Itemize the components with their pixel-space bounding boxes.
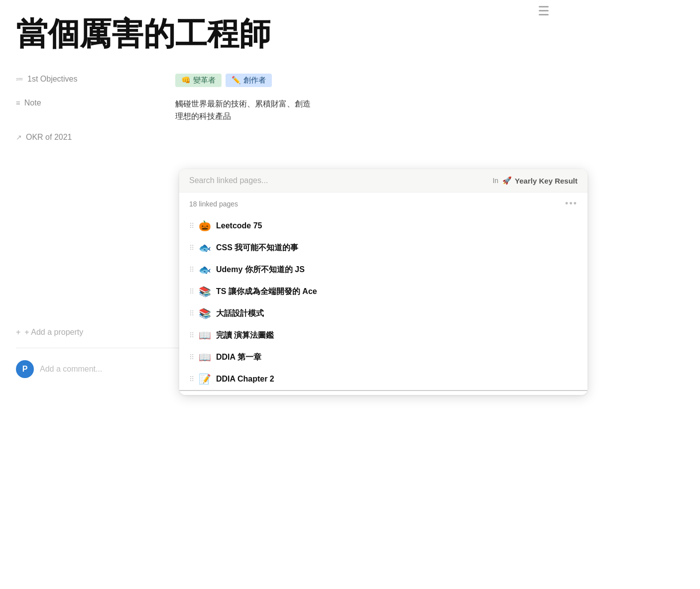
list-item[interactable]: ⠿ 📚 大話設計模式 [179, 302, 587, 324]
linked-pages-dropdown: Search linked pages... In 🚀 Yearly Key R… [179, 169, 587, 395]
drag-handle-icon[interactable]: ⠿ [189, 309, 194, 317]
add-property-label: + Add a property [24, 328, 83, 337]
list-item[interactable]: ⠿ 🐟 CSS 我可能不知道的事 [179, 237, 587, 259]
item-emoji: 🎃 [199, 220, 211, 232]
item-emoji: 📖 [199, 351, 211, 363]
note-value: 觸碰世界最新的技術、累積財富、創造 理想的科技產品 [175, 98, 524, 123]
db-name: Yearly Key Result [515, 177, 578, 185]
drag-handle-icon[interactable]: ⠿ [189, 331, 194, 339]
item-name: 大話設計模式 [216, 308, 264, 319]
objectives-icon: ≔ [16, 75, 23, 84]
list-item[interactable]: ⠿ 🐟 Udemy 你所不知道的 JS [179, 259, 587, 281]
note-line2: 理想的科技產品 [175, 112, 231, 120]
db-emoji: 🚀 [502, 176, 512, 185]
comment-input[interactable]: Add a comment... [40, 365, 102, 374]
item-emoji: 🐟 [199, 264, 211, 276]
list-item[interactable]: ⠿ 🎃 Leetcode 75 [179, 215, 587, 237]
property-row-objectives: ≔ 1st Objectives 👊 變革者 ✏️ 創作者 [16, 69, 524, 93]
search-input[interactable]: Search linked pages... [189, 176, 492, 185]
list-item[interactable]: ⠿ 📝 DDIA Chapter 2 [179, 368, 587, 391]
list-item[interactable]: ⠿ 📖 完讀 演算法圖鑑 [179, 324, 587, 346]
item-name: 完讀 演算法圖鑑 [216, 330, 274, 341]
more-options-icon[interactable]: ••• [565, 198, 578, 209]
drag-handle-icon[interactable]: ⠿ [189, 222, 194, 230]
tag-creator-emoji: ✏️ [232, 76, 241, 85]
in-text: In [492, 177, 498, 185]
item-emoji: 📚 [199, 286, 211, 297]
note-label-text: Note [24, 98, 41, 107]
drag-handle-icon[interactable]: ⠿ [189, 244, 194, 252]
tag-changer-emoji: 👊 [181, 76, 191, 85]
add-property-plus-icon: + [16, 328, 20, 337]
item-name: CSS 我可能不知道的事 [216, 243, 298, 253]
item-name: TS 讓你成為全端開發的 Ace [216, 287, 317, 297]
drag-handle-icon[interactable]: ⠿ [189, 353, 194, 361]
item-emoji: 📚 [199, 307, 211, 319]
drag-handle-icon[interactable]: ⠿ [189, 288, 194, 295]
note-label: ≡ Note [16, 98, 175, 107]
search-in-label: In 🚀 Yearly Key Result [492, 176, 578, 185]
okr-label-text: OKR of 2021 [26, 133, 72, 142]
scrollbar[interactable] [540, 0, 548, 99]
objectives-label: ≔ 1st Objectives [16, 74, 175, 84]
okr-label: ↗ OKR of 2021 [16, 133, 175, 142]
avatar: P [16, 360, 34, 378]
scrollbar-line-3 [539, 14, 549, 15]
linked-pages-header: 18 linked pages ••• [179, 193, 587, 213]
item-name: Leetcode 75 [216, 221, 262, 230]
note-line1: 觸碰世界最新的技術、累積財富、創造 [175, 99, 311, 108]
item-emoji: 📝 [199, 373, 211, 385]
scrollbar-line-1 [539, 6, 549, 7]
scrollbar-line-2 [539, 10, 549, 11]
tag-creator-text: 創作者 [243, 76, 266, 85]
item-name: DDIA 第一章 [216, 352, 261, 363]
linked-items-list: ⠿ 🎃 Leetcode 75 ⠿ 🐟 CSS 我可能不知道的事 ⠿ 🐟 Ude… [179, 213, 587, 395]
property-row-okr: ↗ OKR of 2021 [16, 128, 524, 152]
list-item[interactable]: ⠿ 📖 DDIA 第一章 [179, 346, 587, 368]
drag-handle-icon[interactable]: ⠿ [189, 266, 194, 274]
tag-changer[interactable]: 👊 變革者 [175, 74, 222, 87]
objectives-value: 👊 變革者 ✏️ 創作者 [175, 74, 524, 87]
item-emoji: 📖 [199, 329, 211, 341]
note-icon: ≡ [16, 98, 20, 107]
property-row-note: ≡ Note 觸碰世界最新的技術、累積財富、創造 理想的科技產品 [16, 93, 524, 128]
note-text: 觸碰世界最新的技術、累積財富、創造 理想的科技產品 [175, 98, 311, 123]
dropdown-search-bar: Search linked pages... In 🚀 Yearly Key R… [179, 169, 587, 193]
okr-arrow-icon: ↗ [16, 133, 22, 141]
tag-changer-text: 變革者 [193, 76, 216, 85]
linked-count: 18 linked pages [189, 200, 238, 208]
item-name: DDIA Chapter 2 [216, 375, 274, 384]
tag-creator[interactable]: ✏️ 創作者 [226, 74, 272, 87]
item-name: Udemy 你所不知道的 JS [216, 265, 305, 275]
objectives-label-text: 1st Objectives [27, 75, 77, 84]
list-item[interactable]: ⠿ 📚 TS 讓你成為全端開發的 Ace [179, 281, 587, 302]
page-title: 當個厲害的工程師 [16, 16, 524, 53]
item-emoji: 🐟 [199, 242, 211, 254]
drag-handle-icon[interactable]: ⠿ [189, 375, 194, 383]
avatar-letter: P [22, 365, 28, 374]
